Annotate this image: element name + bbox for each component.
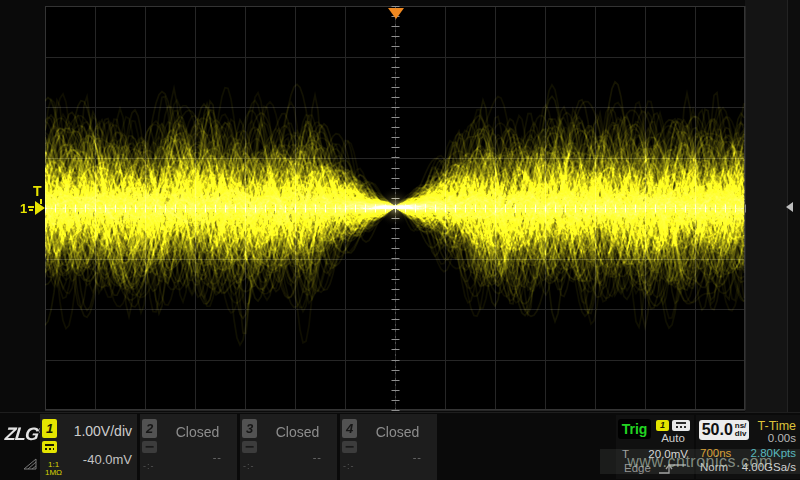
zlg-logo: ZLG® — [4, 424, 45, 445]
channel-3-status: Closed — [262, 424, 333, 440]
channel-3-value-placeholder: -- — [313, 451, 322, 463]
timebase-scale-unit: ns/ div — [735, 422, 747, 438]
timebase-scale-value: 50.0 — [702, 421, 733, 439]
watermark: www.cntronics.com — [600, 449, 800, 474]
channel-3-badge[interactable]: 3 — [242, 419, 257, 438]
channel-4-value-placeholder: -- — [413, 451, 422, 463]
channel-2-block[interactable]: 2 − Closed -- -:- — [140, 414, 237, 480]
channel-arrow-icon — [35, 201, 45, 215]
channel-2-coupling-icon[interactable]: − — [142, 441, 157, 453]
channel-1-badge[interactable]: 1 — [42, 419, 57, 438]
channel-1-scale: 1.00V/div — [74, 423, 132, 439]
t-time-value: 0.00s — [768, 432, 796, 444]
trigger-button[interactable]: Trig — [618, 419, 651, 439]
channel-1-block[interactable]: 1 1.00V/div -40.0mV 1:1 1MΩ — [40, 414, 137, 480]
channel-4-block[interactable]: 4 − Closed -- -:- — [340, 414, 437, 480]
channel-2-value-placeholder: -- — [213, 451, 222, 463]
trigger-source-badge[interactable]: 1 — [656, 420, 669, 431]
channel-1-coupling-icon[interactable] — [42, 441, 57, 453]
ground-reference-icon — [28, 205, 34, 212]
channel-3-time-placeholder: -:- — [243, 461, 255, 471]
channel-1-probe-info: 1:1 1MΩ — [45, 461, 62, 477]
channel-1-position-marker[interactable]: 1 — [20, 201, 45, 215]
channel-2-badge[interactable]: 2 — [142, 419, 157, 438]
channel-1-offset: -40.0mV — [83, 452, 132, 467]
trigger-position-marker[interactable] — [388, 8, 404, 19]
channel-4-time-placeholder: -:- — [343, 461, 355, 471]
timebase-scale-button[interactable]: 50.0 ns/ div — [699, 420, 749, 440]
oscilloscope-screen: T 1 ZLG® 1 1.00V/div -40.0mV 1:1 1MΩ — [0, 0, 800, 480]
channel-4-status: Closed — [362, 424, 433, 440]
trigger-coupling-icon[interactable] — [672, 420, 690, 431]
channel-4-coupling-icon[interactable]: − — [342, 441, 357, 453]
t-time-label: T-Time — [758, 419, 796, 433]
logo-triangle-icon — [23, 458, 38, 470]
right-edge-marker[interactable] — [786, 202, 793, 212]
channel-2-status: Closed — [162, 424, 233, 440]
scope-display[interactable] — [0, 0, 800, 412]
channel-4-badge[interactable]: 4 — [342, 419, 357, 438]
channel-3-coupling-icon[interactable]: − — [242, 441, 257, 453]
trigger-level-marker[interactable]: T — [33, 184, 42, 198]
channel-1-marker-label: 1 — [20, 202, 27, 215]
channel-2-time-placeholder: -:- — [143, 461, 155, 471]
trigger-sweep-mode[interactable]: Auto — [652, 432, 694, 444]
channel-3-block[interactable]: 3 − Closed -- -:- — [240, 414, 337, 480]
